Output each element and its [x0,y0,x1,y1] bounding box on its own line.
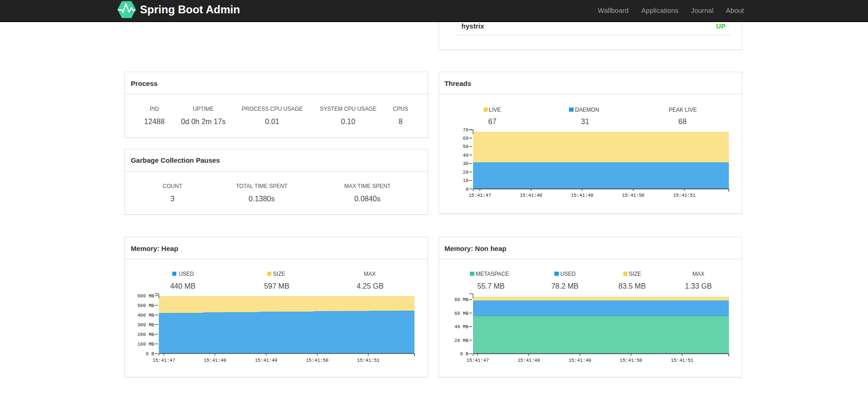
svg-text:40: 40 [463,153,468,158]
svg-text:40 MB: 40 MB [455,325,469,330]
svg-text:10: 10 [463,178,468,183]
svg-text:0: 0 [466,187,468,192]
svg-text:15:41:51: 15:41:51 [357,358,380,363]
svg-text:15:41:50: 15:41:50 [620,358,643,363]
svg-text:15:41:50: 15:41:50 [622,193,645,198]
svg-text:15:41:47: 15:41:47 [469,193,491,198]
svg-text:15:41:51: 15:41:51 [671,358,693,363]
svg-text:70: 70 [463,128,468,133]
svg-text:60 MB: 60 MB [455,311,469,316]
svg-text:15:41:47: 15:41:47 [467,358,489,363]
svg-text:30: 30 [463,162,468,167]
svg-text:400 MB: 400 MB [138,313,155,318]
svg-text:200 MB: 200 MB [138,332,155,337]
svg-text:0 B: 0 B [460,352,468,357]
svg-text:50: 50 [463,145,468,150]
svg-text:15:41:49: 15:41:49 [571,193,593,198]
svg-text:20 MB: 20 MB [455,338,469,343]
svg-text:15:41:49: 15:41:49 [255,358,277,363]
svg-text:0 B: 0 B [146,352,154,357]
svg-text:60: 60 [463,136,468,141]
svg-text:600 MB: 600 MB [138,294,155,299]
svg-text:100 MB: 100 MB [138,342,155,347]
svg-text:15:41:49: 15:41:49 [569,358,592,363]
svg-text:15:41:48: 15:41:48 [520,193,542,198]
svg-text:15:41:48: 15:41:48 [518,358,540,363]
svg-text:80 MB: 80 MB [455,297,469,302]
svg-text:300 MB: 300 MB [138,323,155,328]
svg-text:15:41:51: 15:41:51 [673,193,696,198]
svg-text:15:41:47: 15:41:47 [153,358,175,363]
svg-text:20: 20 [463,170,468,175]
svg-text:15:41:48: 15:41:48 [204,358,226,363]
svg-text:15:41:50: 15:41:50 [306,358,329,363]
svg-text:500 MB: 500 MB [138,303,155,308]
